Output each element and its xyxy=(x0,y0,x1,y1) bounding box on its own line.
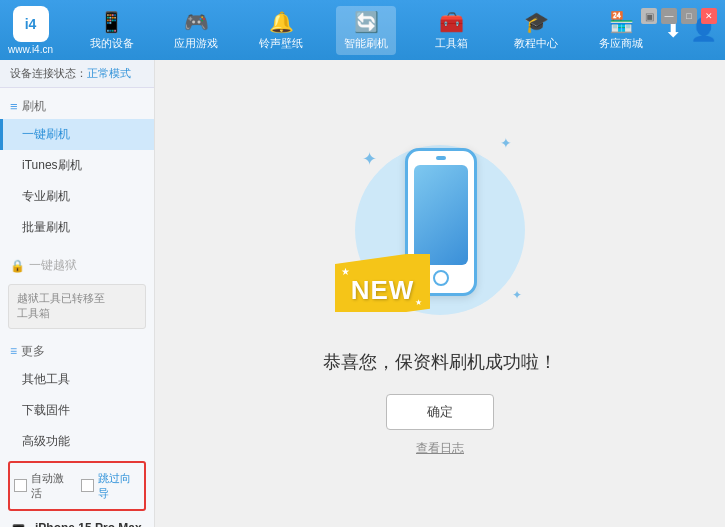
flash-section: ≡ 刷机 一键刷机 iTunes刷机 专业刷机 批量刷机 xyxy=(0,88,154,247)
advanced-label: 高级功能 xyxy=(22,434,70,448)
nav-tutorials-label: 教程中心 xyxy=(514,36,558,51)
more-section-header: ≡ 更多 xyxy=(0,337,154,364)
flash-section-label: 刷机 xyxy=(22,98,46,115)
auto-activate-checkbox[interactable] xyxy=(14,479,27,492)
disabled-label: 一键越狱 xyxy=(29,257,77,274)
view-log-link[interactable]: 查看日志 xyxy=(416,440,464,457)
logo-text: www.i4.cn xyxy=(8,44,53,55)
sidebar-item-other-tools[interactable]: 其他工具 xyxy=(0,364,154,395)
other-tools-label: 其他工具 xyxy=(22,372,70,386)
nav-service-label: 务应商城 xyxy=(599,36,643,51)
sidebar-note: 越狱工具已转移至 工具箱 xyxy=(8,284,146,329)
breadcrumb-prefix: 设备连接状态： xyxy=(10,67,87,79)
phone-speaker xyxy=(436,156,446,160)
sidebar-item-itunes-flash[interactable]: iTunes刷机 xyxy=(0,150,154,181)
flash-section-icon: ≡ xyxy=(10,99,18,114)
apps-icon: 🎮 xyxy=(184,10,209,34)
guide-checkbox[interactable] xyxy=(81,479,94,492)
nav-apps-label: 应用游戏 xyxy=(174,36,218,51)
phone-screen xyxy=(414,165,468,265)
logo-icon: i4 xyxy=(13,6,49,42)
phone-home-button xyxy=(433,270,449,286)
header: i4 www.i4.cn 📱 我的设备 🎮 应用游戏 🔔 铃声壁纸 🔄 智能刷机 xyxy=(0,0,725,60)
minimize-button[interactable]: — xyxy=(661,8,677,24)
sparkle-icon-1: ✦ xyxy=(362,148,377,170)
star-icon-2: ★ xyxy=(415,298,422,307)
nav-my-device[interactable]: 📱 我的设备 xyxy=(82,6,142,55)
auto-activate-label: 自动激活 xyxy=(31,471,73,501)
smart-flash-icon: 🔄 xyxy=(354,10,379,34)
sidebar: 设备连接状态：正常模式 ≡ 刷机 一键刷机 iTunes刷机 专业刷机 批量刷机… xyxy=(0,60,155,527)
pro-flash-label: 专业刷机 xyxy=(22,189,70,203)
guide-label[interactable]: 跳过向导 xyxy=(98,471,140,501)
nav-ringtones-label: 铃声壁纸 xyxy=(259,36,303,51)
device-icon: 📱 xyxy=(99,10,124,34)
itunes-flash-label: iTunes刷机 xyxy=(22,158,82,172)
nav-tutorials[interactable]: 🎓 教程中心 xyxy=(506,6,566,55)
maximize-button[interactable]: □ xyxy=(681,8,697,24)
nav-smart-flash[interactable]: 🔄 智能刷机 xyxy=(336,6,396,55)
nav-ringtones[interactable]: 🔔 铃声壁纸 xyxy=(251,6,311,55)
star-icon-1: ★ xyxy=(341,266,350,277)
sidebar-item-advanced[interactable]: 高级功能 xyxy=(0,426,154,457)
new-badge-text: NEW xyxy=(351,275,415,306)
toolbox-icon: 🧰 xyxy=(439,10,464,34)
nav-toolbox[interactable]: 🧰 工具箱 xyxy=(421,6,481,55)
sidebar-item-batch-flash[interactable]: 批量刷机 xyxy=(0,212,154,243)
device-details: iPhone 15 Pro Max 512GB iPhone xyxy=(35,521,142,527)
new-banner-container: NEW ★ ★ xyxy=(335,254,430,312)
one-key-flash-label: 一键刷机 xyxy=(22,127,70,141)
nav-toolbox-label: 工具箱 xyxy=(435,36,468,51)
window-controls: ▣ — □ ✕ xyxy=(641,8,717,24)
window-indicator-1: ▣ xyxy=(641,8,657,24)
nav-apps-games[interactable]: 🎮 应用游戏 xyxy=(166,6,226,55)
new-banner-text-container: NEW ★ ★ xyxy=(335,254,430,312)
content-area: ✦ ✦ ✦ NEW ★ ★ xyxy=(155,60,725,527)
sidebar-item-download-firmware[interactable]: 下载固件 xyxy=(0,395,154,426)
device-controls-box: 自动激活 跳过向导 xyxy=(8,461,146,511)
more-section-label: 更多 xyxy=(21,343,45,360)
auto-activate-row: 自动激活 跳过向导 xyxy=(14,467,140,505)
sidebar-bottom: 自动激活 跳过向导 📱 iPhone 15 Pro Max 512GB iPho… xyxy=(0,457,154,527)
content-main: ✦ ✦ ✦ NEW ★ ★ xyxy=(155,60,725,527)
service-icon: 🏪 xyxy=(609,10,634,34)
ringtones-icon: 🔔 xyxy=(269,10,294,34)
breadcrumb-status: 正常模式 xyxy=(87,67,131,79)
sidebar-item-one-key-flash[interactable]: 一键刷机 xyxy=(0,119,154,150)
sparkle-icon-2: ✦ xyxy=(500,135,512,151)
sidebar-disabled-jailbreak: 🔒 一键越狱 xyxy=(0,251,154,280)
flash-section-header: ≡ 刷机 xyxy=(0,92,154,119)
download-firmware-label: 下载固件 xyxy=(22,403,70,417)
close-button[interactable]: ✕ xyxy=(701,8,717,24)
device-info: 📱 iPhone 15 Pro Max 512GB iPhone xyxy=(6,515,148,527)
batch-flash-label: 批量刷机 xyxy=(22,220,70,234)
device-phone-icon: 📱 xyxy=(6,523,31,527)
tutorials-icon: 🎓 xyxy=(524,10,549,34)
confirm-button[interactable]: 确定 xyxy=(386,394,494,430)
main-layout: 设备连接状态：正常模式 ≡ 刷机 一键刷机 iTunes刷机 专业刷机 批量刷机… xyxy=(0,60,725,527)
success-title: 恭喜您，保资料刷机成功啦！ xyxy=(323,350,557,374)
logo: i4 www.i4.cn xyxy=(8,6,53,55)
phone-illustration: ✦ ✦ ✦ NEW ★ ★ xyxy=(330,130,550,330)
nav-bar: 📱 我的设备 🎮 应用游戏 🔔 铃声壁纸 🔄 智能刷机 🧰 工具箱 🎓 xyxy=(69,6,664,55)
lock-icon: 🔒 xyxy=(10,259,25,273)
sidebar-item-pro-flash[interactable]: 专业刷机 xyxy=(0,181,154,212)
sparkle-icon-3: ✦ xyxy=(512,288,522,302)
nav-smart-flash-label: 智能刷机 xyxy=(344,36,388,51)
nav-my-device-label: 我的设备 xyxy=(90,36,134,51)
device-name: iPhone 15 Pro Max xyxy=(35,521,142,527)
